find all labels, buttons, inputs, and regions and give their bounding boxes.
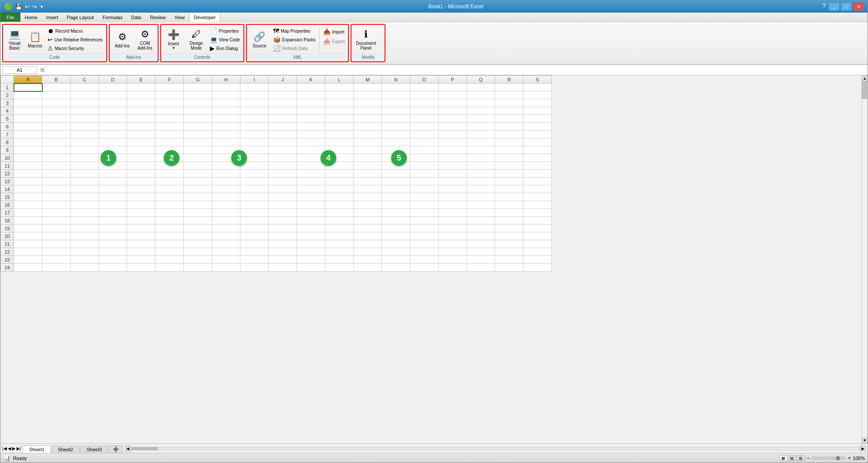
cell-R10[interactable] bbox=[495, 154, 524, 162]
cell-M20[interactable] bbox=[354, 232, 382, 240]
sheet-nav-next[interactable]: ▶ bbox=[12, 446, 16, 451]
cell-I1[interactable] bbox=[240, 84, 269, 91]
sheet-nav-prev[interactable]: ◀ bbox=[8, 446, 11, 451]
cell-C14[interactable] bbox=[71, 185, 99, 193]
cell-Q10[interactable] bbox=[467, 154, 495, 162]
cell-Q4[interactable] bbox=[467, 107, 495, 115]
cell-A13[interactable] bbox=[14, 178, 42, 185]
row-header-23[interactable]: 23 bbox=[1, 256, 14, 264]
cell-L20[interactable] bbox=[325, 232, 354, 240]
cell-L8[interactable] bbox=[325, 138, 354, 146]
cell-I4[interactable] bbox=[240, 107, 269, 115]
cell-M9[interactable] bbox=[354, 146, 382, 154]
cell-I2[interactable] bbox=[240, 91, 269, 99]
cell-F22[interactable] bbox=[155, 248, 184, 256]
col-header-C[interactable]: C bbox=[71, 76, 99, 84]
cell-M8[interactable] bbox=[354, 138, 382, 146]
cell-I18[interactable] bbox=[240, 217, 269, 225]
menu-developer[interactable]: Developer bbox=[189, 13, 220, 22]
cell-D6[interactable] bbox=[99, 123, 127, 131]
cell-M6[interactable] bbox=[354, 123, 382, 131]
cell-L15[interactable] bbox=[325, 193, 354, 201]
cell-C15[interactable] bbox=[71, 193, 99, 201]
cell-L24[interactable] bbox=[325, 264, 354, 272]
cell-C21[interactable] bbox=[71, 240, 99, 248]
cell-P15[interactable] bbox=[439, 193, 467, 201]
cell-D2[interactable] bbox=[99, 91, 127, 99]
cell-P2[interactable] bbox=[439, 91, 467, 99]
cell-R1[interactable] bbox=[495, 84, 524, 91]
col-header-G[interactable]: G bbox=[184, 76, 212, 84]
cell-H7[interactable] bbox=[212, 131, 240, 138]
cell-D4[interactable] bbox=[99, 107, 127, 115]
cell-E24[interactable] bbox=[127, 264, 155, 272]
row-header-15[interactable]: 15 bbox=[1, 193, 14, 201]
cell-P18[interactable] bbox=[439, 217, 467, 225]
cell-F4[interactable] bbox=[155, 107, 184, 115]
cell-A12[interactable] bbox=[14, 170, 42, 178]
cell-I16[interactable] bbox=[240, 201, 269, 209]
cell-I12[interactable] bbox=[240, 170, 269, 178]
cell-L13[interactable] bbox=[325, 178, 354, 185]
cell-R7[interactable] bbox=[495, 131, 524, 138]
cell-H5[interactable] bbox=[212, 115, 240, 123]
cell-P10[interactable] bbox=[439, 154, 467, 162]
cell-A21[interactable] bbox=[14, 240, 42, 248]
sheet-tab-sheet1[interactable]: Sheet1 bbox=[23, 446, 51, 453]
cell-B3[interactable] bbox=[42, 99, 71, 107]
cell-F19[interactable] bbox=[155, 225, 184, 232]
cell-S1[interactable] bbox=[524, 84, 552, 91]
row-header-10[interactable]: 10 bbox=[1, 154, 14, 162]
cell-D1[interactable] bbox=[99, 84, 127, 91]
cell-M19[interactable] bbox=[354, 225, 382, 232]
cell-F6[interactable] bbox=[155, 123, 184, 131]
cell-I19[interactable] bbox=[240, 225, 269, 232]
cell-O23[interactable] bbox=[410, 256, 439, 264]
cell-F7[interactable] bbox=[155, 131, 184, 138]
cell-O6[interactable] bbox=[410, 123, 439, 131]
cell-S22[interactable] bbox=[524, 248, 552, 256]
cell-Q16[interactable] bbox=[467, 201, 495, 209]
cell-I14[interactable] bbox=[240, 185, 269, 193]
cell-O5[interactable] bbox=[410, 115, 439, 123]
cell-N13[interactable] bbox=[382, 178, 410, 185]
menu-file[interactable]: File bbox=[0, 13, 20, 22]
cell-P4[interactable] bbox=[439, 107, 467, 115]
cell-K14[interactable] bbox=[297, 185, 325, 193]
cell-A5[interactable] bbox=[14, 115, 42, 123]
zoom-in-button[interactable]: + bbox=[848, 455, 851, 461]
cell-B9[interactable] bbox=[42, 146, 71, 154]
cell-K13[interactable] bbox=[297, 178, 325, 185]
cell-H22[interactable] bbox=[212, 248, 240, 256]
cell-S21[interactable] bbox=[524, 240, 552, 248]
cell-S19[interactable] bbox=[524, 225, 552, 232]
cell-J14[interactable] bbox=[269, 185, 297, 193]
sheet-tab-sheet2[interactable]: Sheet2 bbox=[51, 446, 80, 453]
cell-R17[interactable] bbox=[495, 209, 524, 217]
cell-C19[interactable] bbox=[71, 225, 99, 232]
cell-P14[interactable] bbox=[439, 185, 467, 193]
cell-I15[interactable] bbox=[240, 193, 269, 201]
cell-N5[interactable] bbox=[382, 115, 410, 123]
cell-E13[interactable] bbox=[127, 178, 155, 185]
cell-M5[interactable] bbox=[354, 115, 382, 123]
horizontal-scrollbar[interactable]: ◀ ▶ bbox=[123, 444, 868, 453]
cell-P12[interactable] bbox=[439, 170, 467, 178]
cell-L14[interactable] bbox=[325, 185, 354, 193]
cell-S5[interactable] bbox=[524, 115, 552, 123]
cell-H14[interactable] bbox=[212, 185, 240, 193]
cell-A19[interactable] bbox=[14, 225, 42, 232]
cell-I22[interactable] bbox=[240, 248, 269, 256]
cell-B14[interactable] bbox=[42, 185, 71, 193]
cell-M18[interactable] bbox=[354, 217, 382, 225]
cell-A11[interactable] bbox=[14, 162, 42, 170]
cell-A8[interactable] bbox=[14, 138, 42, 146]
cell-N20[interactable] bbox=[382, 232, 410, 240]
cell-E6[interactable] bbox=[127, 123, 155, 131]
col-header-D[interactable]: D bbox=[99, 76, 127, 84]
cell-S14[interactable] bbox=[524, 185, 552, 193]
cell-C3[interactable] bbox=[71, 99, 99, 107]
cell-N1[interactable] bbox=[382, 84, 410, 91]
cell-M2[interactable] bbox=[354, 91, 382, 99]
cell-B12[interactable] bbox=[42, 170, 71, 178]
